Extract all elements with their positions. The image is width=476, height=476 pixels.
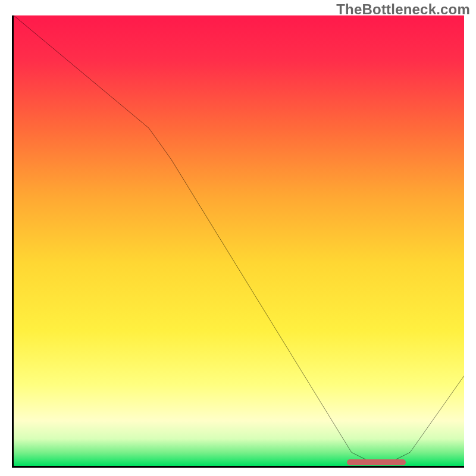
chart-page: TheBottleneck.com bbox=[0, 0, 476, 476]
curve-path bbox=[14, 15, 464, 461]
bottleneck-curve bbox=[14, 15, 464, 466]
plot-area bbox=[12, 15, 464, 468]
optimal-range-marker bbox=[347, 459, 405, 465]
